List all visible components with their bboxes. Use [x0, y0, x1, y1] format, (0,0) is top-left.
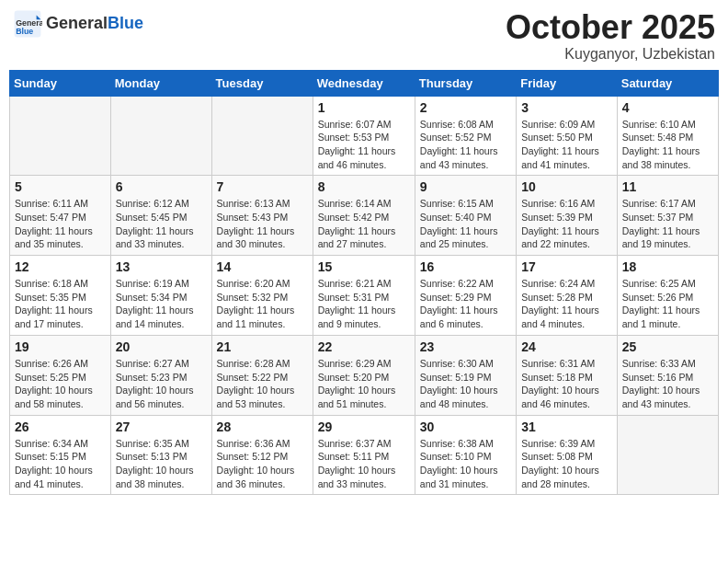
location-text: Kuyganyor, Uzbekistan — [506, 46, 715, 63]
day-number: 28 — [217, 419, 308, 434]
day-number: 30 — [420, 419, 511, 434]
calendar-cell: 3Sunrise: 6:09 AM Sunset: 5:50 PM Daylig… — [517, 96, 618, 176]
day-info: Sunrise: 6:20 AM Sunset: 5:32 PM Dayligh… — [217, 277, 308, 331]
day-info: Sunrise: 6:07 AM Sunset: 5:53 PM Dayligh… — [318, 118, 410, 172]
day-info: Sunrise: 6:17 AM Sunset: 5:37 PM Dayligh… — [622, 197, 713, 251]
calendar-cell: 21Sunrise: 6:28 AM Sunset: 5:22 PM Dayli… — [211, 335, 313, 415]
logo: General Blue GeneralBlue — [13, 9, 143, 39]
day-info: Sunrise: 6:09 AM Sunset: 5:50 PM Dayligh… — [521, 118, 612, 172]
day-number: 24 — [521, 339, 612, 354]
day-number: 17 — [521, 259, 612, 274]
day-info: Sunrise: 6:21 AM Sunset: 5:31 PM Dayligh… — [318, 277, 410, 331]
day-number: 13 — [116, 259, 207, 274]
calendar-cell: 13Sunrise: 6:19 AM Sunset: 5:34 PM Dayli… — [110, 256, 211, 336]
day-number: 1 — [318, 100, 410, 115]
day-number: 22 — [318, 339, 410, 354]
day-info: Sunrise: 6:35 AM Sunset: 5:13 PM Dayligh… — [116, 437, 207, 491]
day-number: 5 — [15, 179, 106, 194]
day-number: 6 — [116, 179, 207, 194]
calendar-cell: 17Sunrise: 6:24 AM Sunset: 5:28 PM Dayli… — [517, 256, 618, 336]
weekday-header: Friday — [517, 70, 618, 96]
calendar-cell — [617, 415, 718, 495]
day-number: 26 — [15, 419, 106, 434]
day-info: Sunrise: 6:12 AM Sunset: 5:45 PM Dayligh… — [116, 197, 207, 251]
day-number: 25 — [622, 339, 713, 354]
calendar-cell: 28Sunrise: 6:36 AM Sunset: 5:12 PM Dayli… — [211, 415, 313, 495]
day-info: Sunrise: 6:34 AM Sunset: 5:15 PM Dayligh… — [15, 437, 106, 491]
calendar-table: SundayMondayTuesdayWednesdayThursdayFrid… — [9, 70, 719, 496]
calendar-cell: 4Sunrise: 6:10 AM Sunset: 5:48 PM Daylig… — [617, 96, 718, 176]
day-number: 10 — [521, 179, 612, 194]
calendar-cell: 5Sunrise: 6:11 AM Sunset: 5:47 PM Daylig… — [10, 176, 111, 256]
day-info: Sunrise: 6:38 AM Sunset: 5:10 PM Dayligh… — [420, 437, 511, 491]
logo-general-text: General — [46, 14, 108, 32]
day-number: 8 — [318, 179, 410, 194]
day-number: 21 — [217, 339, 308, 354]
day-info: Sunrise: 6:13 AM Sunset: 5:43 PM Dayligh… — [217, 197, 308, 251]
day-number: 27 — [116, 419, 207, 434]
title-block: October 2025 Kuyganyor, Uzbekistan — [506, 9, 715, 63]
calendar-cell: 11Sunrise: 6:17 AM Sunset: 5:37 PM Dayli… — [617, 176, 718, 256]
calendar-cell: 1Sunrise: 6:07 AM Sunset: 5:53 PM Daylig… — [313, 96, 415, 176]
day-info: Sunrise: 6:15 AM Sunset: 5:40 PM Dayligh… — [420, 197, 511, 251]
calendar-cell: 19Sunrise: 6:26 AM Sunset: 5:25 PM Dayli… — [10, 335, 111, 415]
weekday-header-row: SundayMondayTuesdayWednesdayThursdayFrid… — [10, 70, 719, 96]
day-number: 19 — [15, 339, 106, 354]
calendar-week-row: 5Sunrise: 6:11 AM Sunset: 5:47 PM Daylig… — [10, 176, 719, 256]
svg-text:Blue: Blue — [16, 27, 33, 36]
month-title: October 2025 — [506, 9, 715, 46]
day-number: 23 — [420, 339, 511, 354]
weekday-header: Monday — [110, 70, 211, 96]
day-info: Sunrise: 6:11 AM Sunset: 5:47 PM Dayligh… — [15, 197, 106, 251]
calendar-cell: 24Sunrise: 6:31 AM Sunset: 5:18 PM Dayli… — [517, 335, 618, 415]
day-info: Sunrise: 6:28 AM Sunset: 5:22 PM Dayligh… — [217, 357, 308, 411]
calendar-cell: 26Sunrise: 6:34 AM Sunset: 5:15 PM Dayli… — [10, 415, 111, 495]
calendar-cell: 18Sunrise: 6:25 AM Sunset: 5:26 PM Dayli… — [617, 256, 718, 336]
day-number: 14 — [217, 259, 308, 274]
day-number: 15 — [318, 259, 410, 274]
calendar-cell: 30Sunrise: 6:38 AM Sunset: 5:10 PM Dayli… — [415, 415, 516, 495]
calendar-cell: 25Sunrise: 6:33 AM Sunset: 5:16 PM Dayli… — [617, 335, 718, 415]
day-number: 11 — [622, 179, 713, 194]
page-header: General Blue GeneralBlue October 2025 Ku… — [9, 9, 719, 63]
calendar-cell: 15Sunrise: 6:21 AM Sunset: 5:31 PM Dayli… — [313, 256, 415, 336]
weekday-header: Saturday — [617, 70, 718, 96]
day-info: Sunrise: 6:22 AM Sunset: 5:29 PM Dayligh… — [420, 277, 511, 331]
calendar-week-row: 19Sunrise: 6:26 AM Sunset: 5:25 PM Dayli… — [10, 335, 719, 415]
day-info: Sunrise: 6:29 AM Sunset: 5:20 PM Dayligh… — [318, 357, 410, 411]
day-info: Sunrise: 6:16 AM Sunset: 5:39 PM Dayligh… — [521, 197, 612, 251]
day-info: Sunrise: 6:39 AM Sunset: 5:08 PM Dayligh… — [521, 437, 612, 491]
day-number: 9 — [420, 179, 511, 194]
day-number: 18 — [622, 259, 713, 274]
day-number: 4 — [622, 100, 713, 115]
calendar-cell: 29Sunrise: 6:37 AM Sunset: 5:11 PM Dayli… — [313, 415, 415, 495]
weekday-header: Sunday — [10, 70, 111, 96]
calendar-cell: 27Sunrise: 6:35 AM Sunset: 5:13 PM Dayli… — [110, 415, 211, 495]
calendar-cell: 16Sunrise: 6:22 AM Sunset: 5:29 PM Dayli… — [415, 256, 516, 336]
day-number: 3 — [521, 100, 612, 115]
day-number: 2 — [420, 100, 511, 115]
calendar-week-row: 12Sunrise: 6:18 AM Sunset: 5:35 PM Dayli… — [10, 256, 719, 336]
day-number: 20 — [116, 339, 207, 354]
calendar-cell — [10, 96, 111, 176]
calendar-cell: 20Sunrise: 6:27 AM Sunset: 5:23 PM Dayli… — [110, 335, 211, 415]
day-info: Sunrise: 6:14 AM Sunset: 5:42 PM Dayligh… — [318, 197, 410, 251]
day-number: 29 — [318, 419, 410, 434]
weekday-header: Tuesday — [211, 70, 313, 96]
day-number: 12 — [15, 259, 106, 274]
day-info: Sunrise: 6:19 AM Sunset: 5:34 PM Dayligh… — [116, 277, 207, 331]
day-info: Sunrise: 6:24 AM Sunset: 5:28 PM Dayligh… — [521, 277, 612, 331]
calendar-cell: 7Sunrise: 6:13 AM Sunset: 5:43 PM Daylig… — [211, 176, 313, 256]
day-info: Sunrise: 6:10 AM Sunset: 5:48 PM Dayligh… — [622, 118, 713, 172]
calendar-cell — [110, 96, 211, 176]
day-number: 31 — [521, 419, 612, 434]
calendar-cell — [211, 96, 313, 176]
weekday-header: Wednesday — [313, 70, 415, 96]
day-info: Sunrise: 6:37 AM Sunset: 5:11 PM Dayligh… — [318, 437, 410, 491]
calendar-cell: 8Sunrise: 6:14 AM Sunset: 5:42 PM Daylig… — [313, 176, 415, 256]
day-info: Sunrise: 6:26 AM Sunset: 5:25 PM Dayligh… — [15, 357, 106, 411]
calendar-cell: 14Sunrise: 6:20 AM Sunset: 5:32 PM Dayli… — [211, 256, 313, 336]
day-info: Sunrise: 6:27 AM Sunset: 5:23 PM Dayligh… — [116, 357, 207, 411]
day-info: Sunrise: 6:36 AM Sunset: 5:12 PM Dayligh… — [217, 437, 308, 491]
calendar-cell: 22Sunrise: 6:29 AM Sunset: 5:20 PM Dayli… — [313, 335, 415, 415]
